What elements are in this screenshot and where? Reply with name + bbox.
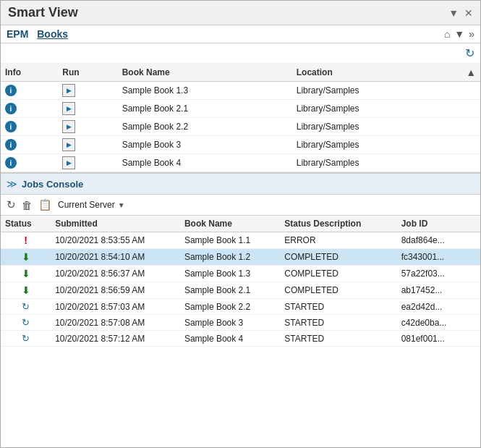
jobs-console-expand-icon[interactable]: ≫ <box>7 178 17 190</box>
status-icon: ⬇ <box>22 251 30 263</box>
jobs-jobid-cell: c42de0ba... <box>397 315 480 331</box>
books-section: Info Run Book Name Location ▲ i ▶ Sample… <box>1 64 480 173</box>
server-dropdown-icon[interactable]: ▼ <box>118 201 125 209</box>
info-icon[interactable]: i <box>5 139 17 151</box>
run-icon[interactable]: ▶ <box>62 156 75 169</box>
books-collapse-icon[interactable]: ▲ <box>466 67 476 78</box>
books-info-cell[interactable]: i <box>1 100 58 118</box>
jobs-table: Status Submitted Book Name Status Descri… <box>1 216 480 347</box>
status-icon: ! <box>24 234 27 246</box>
books-table-row[interactable]: i ▶ Sample Book 3 Library/Samples <box>1 136 480 154</box>
collapse-icon[interactable]: ▼ <box>448 7 459 19</box>
books-info-cell[interactable]: i <box>1 118 58 136</box>
jobs-table-row[interactable]: ! 10/20/2021 8:53:55 AM Sample Book 1.1 … <box>1 232 480 249</box>
nav-dropdown-icon[interactable]: ▼ <box>454 28 464 40</box>
books-table-row[interactable]: i ▶ Sample Book 1.3 Library/Samples <box>1 82 480 100</box>
jobs-status-cell: ! <box>1 232 51 249</box>
books-run-cell[interactable]: ▶ <box>58 100 117 118</box>
jobs-submitted-cell: 10/20/2021 8:54:10 AM <box>51 249 180 266</box>
jobs-status-cell: ⬇ <box>1 266 51 282</box>
jobs-statusdesc-cell: ERROR <box>280 232 396 249</box>
jobs-statusdesc-cell: STARTED <box>280 331 396 347</box>
run-icon[interactable]: ▶ <box>62 120 75 133</box>
info-icon[interactable]: i <box>5 85 17 96</box>
jobs-refresh-icon[interactable]: ↻ <box>7 198 16 211</box>
books-toolbar: ↻ <box>1 43 480 64</box>
run-icon[interactable]: ▶ <box>62 138 75 151</box>
server-label: Current Server <box>58 200 115 210</box>
books-table-row[interactable]: i ▶ Sample Book 2.1 Library/Samples <box>1 100 480 118</box>
books-label[interactable]: Books <box>37 28 68 40</box>
books-col-info: Info <box>1 64 58 82</box>
jobs-col-bookname: Book Name <box>180 216 280 232</box>
books-name-cell: Sample Book 1.3 <box>118 82 292 100</box>
books-name-cell: Sample Book 4 <box>118 154 292 172</box>
status-icon: ↻ <box>22 317 30 328</box>
books-run-cell[interactable]: ▶ <box>58 154 117 172</box>
books-col-collapse[interactable]: ▲ <box>459 64 480 82</box>
info-icon[interactable]: i <box>5 103 17 114</box>
books-extra-cell <box>459 100 480 118</box>
jobs-table-row[interactable]: ↻ 10/20/2021 8:57:08 AM Sample Book 3 ST… <box>1 315 480 331</box>
books-table-row[interactable]: i ▶ Sample Book 4 Library/Samples <box>1 154 480 172</box>
jobs-table-row[interactable]: ⬇ 10/20/2021 8:56:59 AM Sample Book 2.1 … <box>1 282 480 299</box>
jobs-col-submitted: Submitted <box>51 216 180 232</box>
jobs-bookname-cell: Sample Book 4 <box>180 331 280 347</box>
jobs-table-row[interactable]: ⬇ 10/20/2021 8:54:10 AM Sample Book 1.2 … <box>1 249 480 266</box>
jobs-bookname-cell: Sample Book 3 <box>180 315 280 331</box>
status-icon: ↻ <box>22 301 30 312</box>
home-icon[interactable]: ⌂ <box>444 28 450 40</box>
books-name-cell: Sample Book 2.2 <box>118 118 292 136</box>
books-info-cell[interactable]: i <box>1 154 58 172</box>
books-info-cell[interactable]: i <box>1 136 58 154</box>
status-icon: ⬇ <box>22 284 30 296</box>
jobs-table-section: Status Submitted Book Name Status Descri… <box>1 216 480 347</box>
jobs-status-cell: ⬇ <box>1 282 51 299</box>
jobs-col-statusdesc: Status Description <box>280 216 396 232</box>
jobs-statusdesc-cell: STARTED <box>280 299 396 315</box>
books-col-run: Run <box>58 64 117 82</box>
jobs-table-row[interactable]: ↻ 10/20/2021 8:57:03 AM Sample Book 2.2 … <box>1 299 480 315</box>
jobs-clear-icon[interactable]: 📋 <box>38 198 52 211</box>
jobs-jobid-cell: 57a22f03... <box>397 266 480 282</box>
info-icon[interactable]: i <box>5 157 17 169</box>
books-refresh-icon[interactable]: ↻ <box>465 46 474 60</box>
books-extra-cell <box>459 154 480 172</box>
jobs-jobid-cell: ab17452... <box>397 282 480 299</box>
jobs-statusdesc-cell: STARTED <box>280 315 396 331</box>
jobs-table-header-row: Status Submitted Book Name Status Descri… <box>1 216 480 232</box>
close-icon[interactable]: ✕ <box>464 7 473 19</box>
nav-bar: EPM Books ⌂ ▼ » <box>1 25 480 43</box>
status-icon: ⬇ <box>22 268 30 279</box>
jobs-statusdesc-cell: COMPLETED <box>280 249 396 266</box>
books-run-cell[interactable]: ▶ <box>58 136 117 154</box>
books-run-cell[interactable]: ▶ <box>58 82 117 100</box>
jobs-delete-icon[interactable]: 🗑 <box>22 199 33 211</box>
run-icon[interactable]: ▶ <box>62 102 75 115</box>
jobs-status-cell: ↻ <box>1 299 51 315</box>
books-table-row[interactable]: i ▶ Sample Book 2.2 Library/Samples <box>1 118 480 136</box>
books-table: Info Run Book Name Location ▲ i ▶ Sample… <box>1 64 480 172</box>
books-table-header-row: Info Run Book Name Location ▲ <box>1 64 480 82</box>
title-bar-left: Smart View <box>8 5 78 20</box>
books-name-cell: Sample Book 3 <box>118 136 292 154</box>
jobs-submitted-cell: 10/20/2021 8:56:37 AM <box>51 266 180 282</box>
jobs-status-cell: ↻ <box>1 331 51 347</box>
jobs-toolbar: ↻ 🗑 📋 Current Server ▼ <box>1 195 480 216</box>
jobs-table-row[interactable]: ⬇ 10/20/2021 8:56:37 AM Sample Book 1.3 … <box>1 266 480 282</box>
jobs-table-row[interactable]: ↻ 10/20/2021 8:57:12 AM Sample Book 4 ST… <box>1 331 480 347</box>
jobs-status-cell: ↻ <box>1 315 51 331</box>
server-selector[interactable]: Current Server ▼ <box>58 200 125 210</box>
books-run-cell[interactable]: ▶ <box>58 118 117 136</box>
info-icon[interactable]: i <box>5 121 17 132</box>
jobs-bookname-cell: Sample Book 2.2 <box>180 299 280 315</box>
books-col-location: Location <box>292 64 459 82</box>
jobs-console-label: Jobs Console <box>22 179 83 190</box>
nav-more-icon[interactable]: » <box>469 28 474 40</box>
run-icon[interactable]: ▶ <box>62 84 75 97</box>
nav-separator <box>31 28 34 40</box>
jobs-submitted-cell: 10/20/2021 8:57:08 AM <box>51 315 180 331</box>
nav-right: ⌂ ▼ » <box>444 28 474 40</box>
jobs-statusdesc-cell: COMPLETED <box>280 266 396 282</box>
books-info-cell[interactable]: i <box>1 82 58 100</box>
